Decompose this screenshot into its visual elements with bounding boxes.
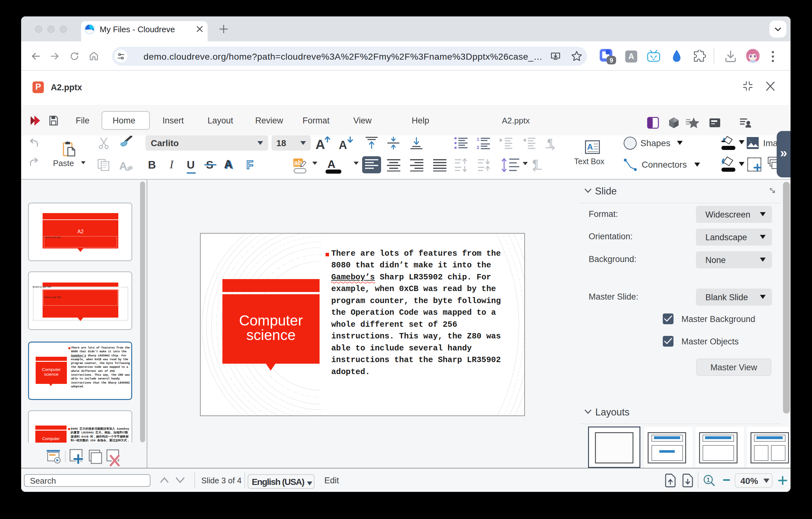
svg-text:9: 9 bbox=[609, 57, 613, 64]
svg-text:A: A bbox=[587, 142, 593, 152]
svg-text:1: 1 bbox=[706, 476, 710, 483]
svg-text:A: A bbox=[339, 139, 347, 150]
svg-text:A: A bbox=[316, 137, 325, 150]
svg-text:1: 1 bbox=[477, 137, 479, 142]
svg-text:2: 2 bbox=[477, 144, 479, 149]
